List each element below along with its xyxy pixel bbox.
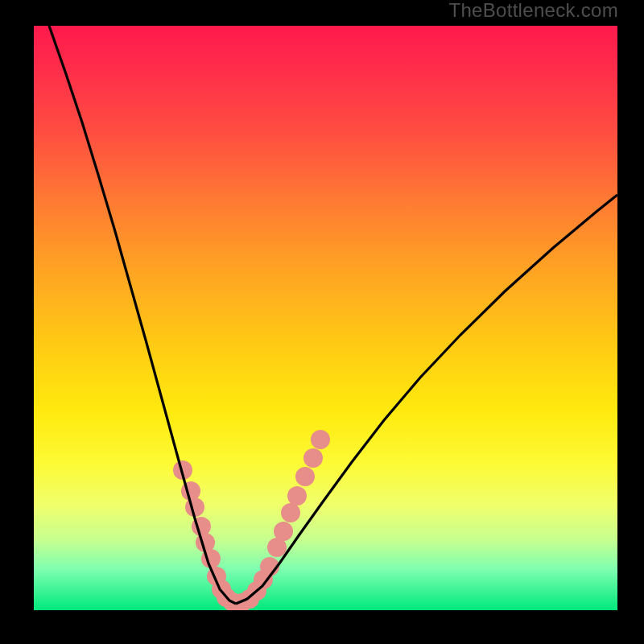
marker-dot [274, 522, 293, 541]
marker-dot [281, 503, 300, 522]
curves-layer [34, 26, 617, 610]
watermark-text: TheBottleneck.com [448, 0, 618, 22]
marker-dot [303, 448, 323, 468]
curve-right-arm [236, 195, 617, 604]
marker-dot [295, 467, 315, 486]
curve-left-arm [49, 26, 236, 604]
marker-dot [287, 486, 307, 506]
plot-area [34, 26, 617, 610]
marker-dot [311, 430, 330, 449]
